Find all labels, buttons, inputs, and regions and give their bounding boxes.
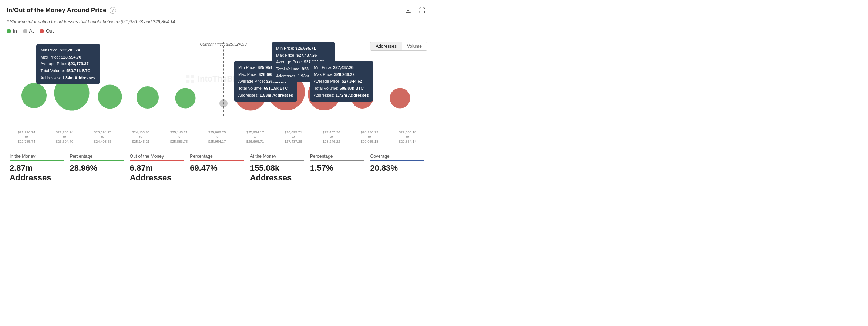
header: In/Out of the Money Around Price ? bbox=[7, 5, 427, 16]
stat-underline-at-pct bbox=[310, 160, 364, 161]
svg-rect-1 bbox=[191, 75, 194, 78]
stat-value-out-pct: 69.47% bbox=[190, 163, 244, 173]
legend: In At Out bbox=[7, 28, 427, 34]
x-label-11: $29,055.18 to $29,864.14 bbox=[388, 130, 427, 144]
x-label-6: $25,886.75 to $25,954.17 bbox=[198, 130, 236, 144]
chart-toggle: Addresses Volume bbox=[370, 42, 427, 51]
svg-rect-3 bbox=[191, 80, 194, 83]
stat-label-out-pct: Percentage bbox=[190, 154, 244, 159]
x-label-9: $27,437.26 to $28,246.22 bbox=[312, 130, 350, 144]
svg-rect-2 bbox=[186, 80, 189, 83]
subtitle: * Showing information for addresses that… bbox=[7, 19, 427, 24]
stat-in-pct: Percentage 28.96% bbox=[67, 154, 127, 183]
header-left: In/Out of the Money Around Price ? bbox=[7, 7, 116, 14]
stat-underline-in bbox=[10, 160, 64, 161]
legend-out: Out bbox=[40, 28, 54, 34]
stat-value-out: 6.87m Addresses bbox=[130, 163, 184, 183]
bubble-2[interactable] bbox=[54, 76, 90, 111]
toggle-volume[interactable]: Volume bbox=[402, 42, 427, 50]
chart-area: Addresses Volume Current Price: $25,924.… bbox=[7, 42, 427, 127]
page-title: In/Out of the Money Around Price bbox=[7, 7, 107, 14]
stat-underline-at bbox=[250, 160, 304, 161]
bubbles-container: IntoTheBlock Min Price: $22,785.74 Max P… bbox=[7, 42, 427, 116]
x-label-5: $25,145.21 to $25,886.75 bbox=[160, 130, 198, 144]
bubble-5[interactable] bbox=[175, 88, 196, 109]
stat-underline-coverage bbox=[370, 160, 424, 161]
stat-out-pct: Percentage 69.47% bbox=[187, 154, 247, 183]
stat-value-coverage: 20.83% bbox=[370, 163, 424, 173]
stat-label-coverage: Coverage bbox=[370, 154, 424, 159]
stat-label-in-pct: Percentage bbox=[70, 154, 124, 159]
legend-label-at: At bbox=[29, 28, 34, 34]
toggle-addresses[interactable]: Addresses bbox=[370, 42, 402, 50]
legend-dot-in bbox=[7, 29, 11, 33]
x-labels: $21,976.74 to $22,785.74 $22,785.74 to $… bbox=[7, 130, 427, 144]
x-label-3: $23,594.70 to $24,403.66 bbox=[84, 130, 122, 144]
current-price-line bbox=[223, 42, 224, 116]
stat-value-in-pct: 28.96% bbox=[70, 163, 124, 173]
stat-label-at-pct: Percentage bbox=[310, 154, 364, 159]
stat-coverage: Coverage 20.83% bbox=[367, 154, 427, 183]
x-label-4: $24,403.66 to $25,145.21 bbox=[122, 130, 160, 144]
bubble-7[interactable] bbox=[235, 79, 266, 111]
stat-underline-out-pct bbox=[190, 160, 244, 161]
stat-in-the-money: In the Money 2.87m Addresses bbox=[7, 154, 67, 183]
legend-at: At bbox=[23, 28, 34, 34]
legend-label-in: In bbox=[13, 28, 17, 34]
header-actions bbox=[403, 5, 427, 16]
x-label-10: $28,246.22 to $29,055.18 bbox=[350, 130, 388, 144]
help-icon[interactable]: ? bbox=[110, 7, 116, 14]
legend-in: In bbox=[7, 28, 17, 34]
bubble-4[interactable] bbox=[137, 86, 159, 109]
stat-out-of-the-money: Out of the Money 6.87m Addresses bbox=[127, 154, 187, 183]
stat-underline-out bbox=[130, 160, 184, 161]
download-button[interactable] bbox=[403, 5, 413, 16]
x-label-1: $21,976.74 to $22,785.74 bbox=[7, 130, 46, 144]
bubble-10[interactable] bbox=[351, 86, 373, 109]
stat-label-in: In the Money bbox=[10, 154, 64, 159]
x-label-7: $25,954.17 to $26,695.71 bbox=[236, 130, 274, 144]
stat-underline-in-pct bbox=[70, 160, 124, 161]
x-label-8: $26,695.71 to $27,437.26 bbox=[274, 130, 312, 144]
baseline bbox=[7, 116, 427, 116]
stat-at-the-money: At the Money 155.08k Addresses bbox=[247, 154, 307, 183]
stat-value-at: 155.08k Addresses bbox=[250, 163, 304, 183]
expand-button[interactable] bbox=[417, 5, 427, 16]
bubble-1[interactable] bbox=[21, 83, 47, 108]
legend-dot-at bbox=[23, 29, 27, 33]
stats-row: In the Money 2.87m Addresses Percentage … bbox=[7, 149, 427, 183]
svg-rect-0 bbox=[186, 75, 189, 78]
stat-value-in: 2.87m Addresses bbox=[10, 163, 64, 183]
bubble-3[interactable] bbox=[98, 85, 122, 109]
legend-dot-out bbox=[40, 29, 44, 33]
watermark: IntoTheBlock bbox=[185, 74, 249, 84]
bubble-8[interactable] bbox=[268, 73, 305, 110]
stat-label-out: Out of the Money bbox=[130, 154, 184, 159]
main-container: In/Out of the Money Around Price ? * Sho… bbox=[0, 0, 434, 188]
stat-label-at: At the Money bbox=[250, 154, 304, 159]
x-label-2: $22,785.74 to $23,594.70 bbox=[46, 130, 84, 144]
legend-label-out: Out bbox=[46, 28, 54, 34]
stat-value-at-pct: 1.57% bbox=[310, 163, 364, 173]
bubble-9[interactable] bbox=[308, 78, 340, 110]
bubble-11[interactable] bbox=[390, 88, 410, 109]
stat-at-pct: Percentage 1.57% bbox=[307, 154, 367, 183]
